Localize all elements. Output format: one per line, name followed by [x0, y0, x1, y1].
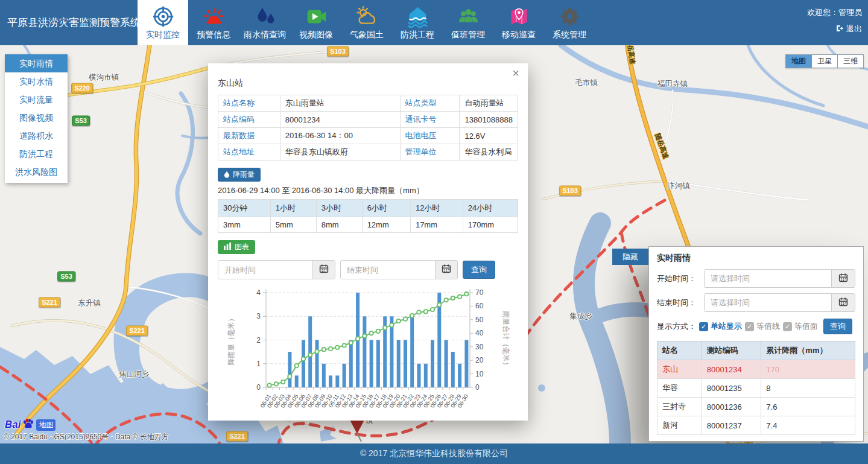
station-info-row: 最新数据 2016-06-30 14：00 电池电压 12.6V: [218, 128, 518, 144]
panel-title: 实时雨情: [657, 253, 855, 264]
nav-item-7[interactable]: 值班管理: [443, 0, 493, 45]
video-icon: [305, 4, 328, 29]
sidebar-item-6[interactable]: 防洪工程: [5, 145, 68, 163]
panel-start-row: 开始时间：: [657, 269, 855, 288]
calendar-icon: [442, 264, 451, 276]
welcome-text: 欢迎您：管理员: [807, 7, 862, 18]
rain-col-header: 1小时: [270, 200, 316, 217]
modal-query-button[interactable]: 查询: [463, 261, 495, 279]
info-label: 站点编码: [218, 112, 280, 128]
end-time-group: [340, 260, 458, 279]
display-option-3: ✓ 等值面: [783, 321, 818, 332]
info-value: 华容县东山镇政府: [280, 144, 400, 160]
rain-col-header: 3小时: [316, 200, 362, 217]
bar-chart-icon: [224, 243, 232, 252]
app-root: 横沟市镇毛市镇福田寺镇汴河镇东升镇焦山河乡集成乡镇S103S220S53S53S…: [0, 0, 868, 464]
rain-value: 8mm: [316, 217, 362, 233]
alarm-icon: [203, 4, 225, 29]
station-row-新河[interactable]: 新河 80001237 7.4: [657, 416, 855, 435]
svg-text:30: 30: [475, 343, 484, 351]
logout-button[interactable]: 退出: [835, 24, 862, 34]
nav-item-label: 预警信息: [197, 30, 230, 40]
end-calendar-button[interactable]: [435, 261, 457, 279]
map-switch-2[interactable]: 卫星: [812, 54, 838, 68]
station-code: 80001236: [702, 398, 761, 416]
nav-item-4[interactable]: 视频图像: [291, 0, 341, 45]
start-time-input[interactable]: [218, 261, 312, 279]
map-type-switcher: 地图卫星三维: [785, 54, 864, 68]
road-badge: S53: [57, 272, 75, 282]
nav-item-5[interactable]: 气象国土: [341, 0, 392, 45]
display-mode-label: 显示方式：: [657, 321, 696, 332]
map-switch-3[interactable]: 三维: [838, 54, 864, 68]
user-area: 欢迎您：管理员 退出: [807, 7, 862, 34]
town-label: 集成乡: [569, 311, 592, 322]
close-icon[interactable]: ×: [512, 67, 519, 79]
weather-icon: [356, 4, 378, 29]
top-navbar: 平原县洪涝灾害监测预警系统 实时监控 预警信息 雨水情查询 视频图像 气象国土 …: [0, 0, 868, 45]
people-icon: [457, 4, 480, 29]
panel-end-input[interactable]: [705, 294, 831, 311]
water-drops-icon: [254, 4, 276, 29]
panel-start-input[interactable]: [705, 270, 831, 287]
road-badge: S103: [559, 186, 581, 196]
info-label: 最新数据: [218, 128, 280, 144]
nav-item-3[interactable]: 雨水情查询: [239, 0, 291, 45]
sidebar-item-3[interactable]: 实时流量: [5, 91, 68, 109]
panel-start-group: [704, 269, 855, 288]
station-rainfall: 7.6: [761, 398, 855, 416]
rain-value: 12mm: [362, 217, 410, 233]
town-label: 福田寺镇: [657, 79, 688, 89]
svg-text:40: 40: [475, 329, 484, 337]
nav-item-9[interactable]: 系统管理: [544, 0, 595, 45]
end-time-input[interactable]: [341, 261, 435, 279]
station-detail-modal: × 东山站 站点名称 东山雨量站 站点类型 自动雨量站站点编码 80001234…: [208, 63, 528, 421]
nav-item-2[interactable]: 预警信息: [188, 0, 239, 45]
rainfall-section-badge: 降雨量: [218, 168, 261, 182]
hide-panel-button[interactable]: 隐藏: [612, 249, 648, 265]
info-label: 管理单位: [400, 144, 460, 160]
station-col-header: 测站编码: [702, 342, 761, 360]
info-value: 东山雨量站: [280, 95, 400, 112]
station-row-东山[interactable]: 东山 80001234 170: [657, 360, 855, 379]
sidebar-item-4[interactable]: 图像视频: [5, 109, 68, 127]
panel-end-group: [704, 293, 855, 312]
panel-end-calendar-button[interactable]: [831, 294, 855, 311]
rain-col-header: 12小时: [410, 200, 463, 217]
station-row-三封寺[interactable]: 三封寺 80001236 7.6: [657, 398, 855, 416]
baidu-logo: Bai 地图: [5, 418, 55, 431]
sidebar-item-5[interactable]: 道路积水: [5, 127, 68, 145]
svg-text:4: 4: [256, 288, 261, 297]
display-mode-options: ✓ 单站显示✓ 等值线✓ 等值面: [699, 321, 818, 332]
svg-text:10: 10: [475, 370, 484, 378]
sidebar-item-1[interactable]: 实时雨情: [5, 54, 68, 72]
panel-query-button[interactable]: 查询: [823, 319, 852, 334]
checkbox-icon[interactable]: ✓: [745, 322, 754, 331]
nav-item-label: 视频图像: [299, 30, 333, 40]
info-value: 2016-06-30 14：00: [280, 128, 400, 144]
nav-item-6[interactable]: 防洪工程: [392, 0, 443, 45]
map-switch-1[interactable]: 地图: [785, 54, 812, 68]
road-badge: S103: [327, 46, 349, 57]
station-name: 华容: [657, 379, 702, 398]
sidebar-item-7[interactable]: 洪水风险图: [5, 163, 68, 181]
info-label: 站点名称: [218, 95, 280, 112]
info-label: 电池电压: [400, 128, 460, 144]
sidebar-item-2[interactable]: 实时水情: [5, 72, 68, 91]
rainfall-chart: 0123401020304050607006-0106-0206-0306-04…: [218, 282, 518, 421]
nav-item-8[interactable]: 移动巡查: [493, 0, 544, 45]
realtime-rain-panel: 实时雨情 开始时间： 结束时间： 显示方式： ✓ 单站显示✓ 等值线✓: [648, 246, 864, 442]
checkbox-icon[interactable]: ✓: [783, 322, 792, 331]
nav-item-1[interactable]: 实时监控: [138, 0, 188, 45]
display-option-1: ✓ 单站显示: [699, 321, 742, 332]
start-calendar-button[interactable]: [312, 261, 335, 279]
nav-item-label: 移动巡查: [502, 30, 536, 40]
nav-item-label: 防洪工程: [401, 30, 434, 40]
station-rainfall: 8: [761, 379, 855, 398]
checkbox-icon[interactable]: ✓: [699, 322, 708, 331]
panel-start-calendar-button[interactable]: [831, 270, 855, 287]
station-row-华容[interactable]: 华容 80001235 8: [657, 379, 855, 398]
road-badge: S221: [226, 431, 248, 442]
main-nav: 实时监控 预警信息 雨水情查询 视频图像 气象国土 防洪工程 值班管理 移动巡查…: [138, 0, 595, 45]
rain-value: 5mm: [270, 217, 316, 233]
